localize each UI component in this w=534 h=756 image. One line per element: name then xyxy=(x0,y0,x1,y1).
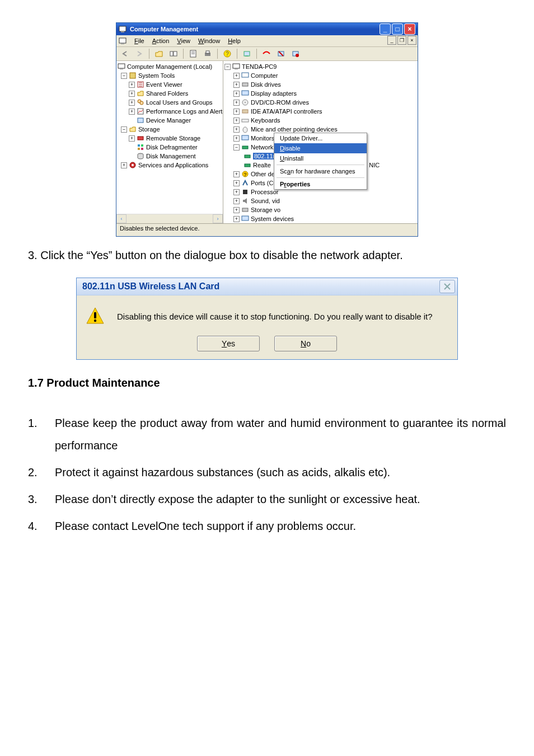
menu-action[interactable]: Action xyxy=(152,37,170,44)
scroll-left-button[interactable]: ‹ xyxy=(116,214,127,223)
device-item[interactable]: Computer xyxy=(251,72,278,79)
shared-folders-icon xyxy=(137,90,144,97)
menu-help[interactable]: Help xyxy=(228,37,241,44)
svg-rect-1 xyxy=(121,31,124,32)
ctx-scan[interactable]: Scan for hardware changes xyxy=(274,166,367,176)
tool-a-button[interactable] xyxy=(260,48,273,60)
expand-icon[interactable]: + xyxy=(129,82,135,88)
expand-icon[interactable]: + xyxy=(233,171,240,177)
ide-icon xyxy=(241,107,249,115)
expand-icon[interactable]: + xyxy=(129,100,135,106)
app-menu-icon[interactable] xyxy=(119,37,127,45)
hscrollbar[interactable]: ‹ › xyxy=(116,214,223,223)
ctx-uninstall[interactable]: Uninstall xyxy=(274,153,367,163)
ctx-properties[interactable]: Properties xyxy=(274,179,367,189)
menu-window[interactable]: Window xyxy=(198,37,220,44)
uninstall-button[interactable] xyxy=(275,48,287,60)
window-title: Computer Management xyxy=(130,26,380,32)
device-root[interactable]: TENDA-PC9 xyxy=(242,63,277,70)
ctx-update-driver[interactable]: Update Driver... xyxy=(274,133,367,143)
menu-view[interactable]: View xyxy=(177,37,190,44)
collapse-icon[interactable]: − xyxy=(233,144,240,151)
tree-item[interactable]: Disk Defragmenter xyxy=(146,144,198,151)
list-item: 4.Please contact LevelOne tech support i… xyxy=(28,515,506,537)
tree-system-tools[interactable]: System Tools xyxy=(138,72,175,79)
expand-icon[interactable]: + xyxy=(233,216,240,222)
tree-item[interactable]: Performance Logs and Alerts xyxy=(146,108,223,115)
svg-rect-45 xyxy=(242,146,248,149)
expand-icon[interactable]: + xyxy=(233,207,240,213)
nav-forward-button[interactable] xyxy=(133,48,146,60)
svg-rect-29 xyxy=(138,148,140,150)
close-button[interactable]: × xyxy=(404,24,415,35)
collapse-icon[interactable]: − xyxy=(121,73,127,79)
users-icon xyxy=(137,98,144,106)
scroll-right-button[interactable]: › xyxy=(213,214,223,223)
tree-item[interactable]: Disk Management xyxy=(146,153,196,159)
tree-storage[interactable]: Storage xyxy=(138,126,160,133)
svg-rect-2 xyxy=(119,38,126,43)
expand-icon[interactable]: + xyxy=(233,198,240,204)
tree-item[interactable]: Local Users and Groups xyxy=(146,99,213,106)
device-item[interactable]: Mice and other pointing devices xyxy=(251,126,338,133)
dialog-titlebar: 802.11n USB Wireless LAN Card xyxy=(77,278,457,295)
device-item[interactable]: System devices xyxy=(251,215,294,222)
tree-item[interactable]: Device Manager xyxy=(146,117,191,124)
print-button[interactable] xyxy=(202,48,214,60)
collapse-icon[interactable]: − xyxy=(224,64,231,70)
collapse-icon[interactable]: − xyxy=(121,126,127,133)
tree-item[interactable]: Event Viewer xyxy=(146,81,182,88)
properties-button[interactable] xyxy=(187,48,199,60)
expand-icon[interactable]: + xyxy=(233,189,240,195)
tree-services[interactable]: Services and Applications xyxy=(138,162,208,168)
expand-icon[interactable]: + xyxy=(121,162,127,168)
nav-back-button[interactable] xyxy=(119,48,131,60)
no-button[interactable]: No xyxy=(274,336,337,351)
expand-icon[interactable]: + xyxy=(233,91,240,97)
maximize-button[interactable]: □ xyxy=(392,24,403,35)
mdi-controls: _ ❐ × xyxy=(387,36,416,45)
expand-icon[interactable]: + xyxy=(233,82,240,88)
svg-rect-10 xyxy=(206,51,209,53)
up-button[interactable] xyxy=(153,48,165,60)
device-item[interactable]: Realte xyxy=(253,162,271,168)
show-button[interactable] xyxy=(167,48,180,60)
help-button[interactable]: ? xyxy=(221,48,233,60)
mdi-minimize[interactable]: _ xyxy=(387,36,396,45)
scan-button[interactable] xyxy=(241,48,253,60)
expand-icon[interactable]: + xyxy=(233,135,240,142)
device-item[interactable]: IDE ATA/ATAPI controllers xyxy=(251,108,322,115)
expand-icon[interactable]: + xyxy=(129,135,135,142)
console-tree[interactable]: Computer Management (Local) − System Too… xyxy=(116,61,223,223)
device-item[interactable]: Keyboards xyxy=(251,117,280,124)
expand-icon[interactable]: + xyxy=(129,91,135,97)
tool-b-button[interactable] xyxy=(289,48,302,60)
device-item[interactable]: DVD/CD-ROM drives xyxy=(251,99,309,106)
device-tree[interactable]: − TENDA-PC9 +Computer +Disk drives +Disp… xyxy=(223,61,418,223)
device-item[interactable]: Disk drives xyxy=(251,81,281,88)
expand-icon[interactable]: + xyxy=(233,118,240,124)
expand-icon[interactable]: + xyxy=(233,126,240,133)
dialog-close-button[interactable] xyxy=(439,280,455,293)
expand-icon[interactable]: + xyxy=(233,180,240,186)
expand-icon[interactable]: + xyxy=(129,109,135,115)
menu-file[interactable]: File xyxy=(134,37,144,44)
minimize-button[interactable]: _ xyxy=(380,24,391,35)
tree-root[interactable]: Computer Management (Local) xyxy=(127,63,212,70)
other-icon: ? xyxy=(241,170,249,178)
device-item[interactable]: Monitors xyxy=(251,135,274,142)
mdi-close[interactable]: × xyxy=(407,36,416,45)
mdi-restore[interactable]: ❐ xyxy=(397,36,406,45)
ctx-separator xyxy=(277,177,364,178)
device-item[interactable]: Storage vo xyxy=(251,206,280,213)
yes-button[interactable]: Yes xyxy=(197,336,260,351)
tree-item[interactable]: Removable Storage xyxy=(146,135,200,142)
device-item[interactable]: Sound, vid xyxy=(251,198,280,204)
expand-icon[interactable]: + xyxy=(233,73,240,79)
expand-icon[interactable]: + xyxy=(233,109,240,115)
ctx-disable[interactable]: Disable xyxy=(274,143,367,153)
tree-item[interactable]: Shared Folders xyxy=(146,90,188,97)
device-item[interactable]: Display adapters xyxy=(251,90,297,97)
storage-vol-icon xyxy=(241,206,249,214)
expand-icon[interactable]: + xyxy=(233,100,240,106)
